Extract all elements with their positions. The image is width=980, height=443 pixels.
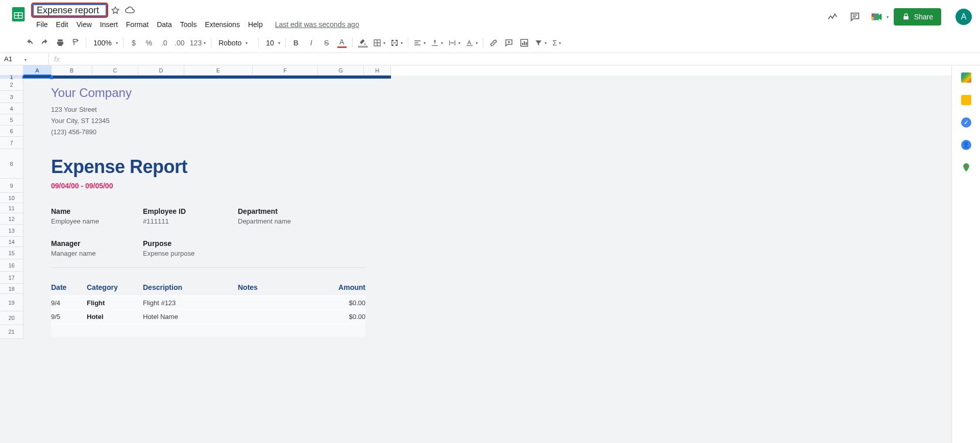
row-header[interactable]: 10 xyxy=(0,193,23,203)
divider xyxy=(51,267,365,268)
col-header-f[interactable]: F xyxy=(253,65,318,76)
insert-comment-icon[interactable] xyxy=(502,36,516,50)
col-header-h[interactable]: H xyxy=(364,65,391,76)
menu-file[interactable]: File xyxy=(33,18,52,31)
insert-chart-icon[interactable] xyxy=(517,36,531,50)
document-title-input[interactable] xyxy=(33,4,107,16)
row-header[interactable]: 21 xyxy=(0,325,23,339)
th-date: Date xyxy=(51,283,87,291)
increase-decimal-icon[interactable]: .00 xyxy=(173,36,187,50)
decrease-decimal-icon[interactable]: .0 xyxy=(157,36,172,50)
zoom-dropdown[interactable]: 100% xyxy=(89,36,120,50)
row-header[interactable]: 17 xyxy=(0,272,23,284)
select-all-corner[interactable] xyxy=(0,65,23,76)
menu-data[interactable]: Data xyxy=(153,18,176,31)
svg-rect-18 xyxy=(526,42,527,45)
menu-help[interactable]: Help xyxy=(244,18,266,31)
cloud-saved-icon[interactable] xyxy=(125,5,135,15)
comment-history-icon[interactable] xyxy=(849,11,861,23)
redo-icon[interactable] xyxy=(38,36,52,50)
col-header-a[interactable]: A xyxy=(23,65,52,76)
merge-cells-icon[interactable] xyxy=(388,36,405,50)
menu-extensions[interactable]: Extensions xyxy=(201,18,243,31)
paint-format-icon[interactable] xyxy=(68,36,83,50)
borders-icon[interactable] xyxy=(371,36,387,50)
row-header[interactable]: 7 xyxy=(0,137,23,149)
text-wrap-icon[interactable] xyxy=(446,36,462,50)
col-header-g[interactable]: G xyxy=(318,65,364,76)
label-manager: Manager xyxy=(51,239,143,248)
last-edit-link[interactable]: Last edit was seconds ago xyxy=(272,18,363,31)
row-header[interactable]: 20 xyxy=(0,311,23,325)
row-header[interactable]: 11 xyxy=(0,203,23,213)
activity-dashboard-icon[interactable] xyxy=(826,11,839,23)
col-header-b[interactable]: B xyxy=(52,65,92,76)
row-header[interactable]: 2 xyxy=(0,79,23,91)
table-row xyxy=(51,323,365,337)
th-amount: Amount xyxy=(309,283,365,291)
value-manager: Manager name xyxy=(51,250,143,257)
horizontal-align-icon[interactable] xyxy=(411,36,428,50)
bold-icon[interactable]: B xyxy=(289,36,303,50)
row-header[interactable]: 3 xyxy=(0,91,23,103)
table-row: 9/5HotelHotel Name$0.00 xyxy=(51,309,365,323)
format-percent-icon[interactable]: % xyxy=(142,36,156,50)
undo-icon[interactable] xyxy=(22,36,37,50)
row-header[interactable]: 18 xyxy=(0,284,23,294)
th-description: Description xyxy=(143,283,238,291)
sheets-logo-icon[interactable] xyxy=(8,4,29,24)
menu-edit[interactable]: Edit xyxy=(53,18,72,31)
share-button[interactable]: Share xyxy=(894,8,941,26)
font-family-dropdown[interactable]: Roboto xyxy=(214,36,255,50)
more-formats-dropdown[interactable]: 123 xyxy=(188,36,208,50)
calendar-addon-icon[interactable] xyxy=(961,72,971,83)
fx-icon: fx xyxy=(49,55,65,63)
meet-icon[interactable]: ▾ xyxy=(871,11,884,23)
fill-color-icon[interactable] xyxy=(356,36,370,50)
svg-rect-17 xyxy=(524,41,525,45)
tasks-addon-icon[interactable]: ✓ xyxy=(961,117,971,128)
keep-addon-icon[interactable] xyxy=(961,95,971,105)
menu-view[interactable]: View xyxy=(73,18,95,31)
toolbar: 100% $ % .0 .00 123 Roboto 10 B I S A Σ xyxy=(0,33,980,53)
print-icon[interactable] xyxy=(53,36,67,50)
row-header[interactable]: 15 xyxy=(0,247,23,259)
text-rotation-icon[interactable] xyxy=(463,36,480,50)
italic-icon[interactable]: I xyxy=(304,36,318,50)
insert-link-icon[interactable] xyxy=(486,36,501,50)
value-department: Department name xyxy=(238,217,340,225)
row-header[interactable]: 5 xyxy=(0,114,23,126)
vertical-align-icon[interactable] xyxy=(429,36,445,50)
row-header[interactable]: 16 xyxy=(0,259,23,272)
side-panel: ✓ 👤 xyxy=(951,65,980,443)
menu-insert[interactable]: Insert xyxy=(96,18,121,31)
col-header-c[interactable]: C xyxy=(92,65,138,76)
row-header[interactable]: 12 xyxy=(0,213,23,225)
col-header-d[interactable]: D xyxy=(138,65,184,76)
row-header[interactable]: 4 xyxy=(0,103,23,114)
star-icon[interactable] xyxy=(111,5,121,15)
text-color-icon[interactable]: A xyxy=(335,36,349,50)
menu-tools[interactable]: Tools xyxy=(177,18,201,31)
formula-input[interactable] xyxy=(65,54,980,65)
row-header[interactable]: 9 xyxy=(0,179,23,193)
font-size-dropdown[interactable]: 10 xyxy=(262,36,282,50)
spreadsheet-grid[interactable]: A B C D E F G H 123456789101112131415161… xyxy=(0,65,980,443)
row-header[interactable]: 13 xyxy=(0,225,23,237)
maps-addon-icon[interactable] xyxy=(961,162,971,173)
row-header[interactable]: 8 xyxy=(0,149,23,179)
value-name: Employee name xyxy=(51,217,143,225)
col-header-e[interactable]: E xyxy=(184,65,253,76)
strikethrough-icon[interactable]: S xyxy=(320,36,334,50)
menu-format[interactable]: Format xyxy=(122,18,152,31)
format-currency-icon[interactable]: $ xyxy=(127,36,141,50)
functions-icon[interactable]: Σ xyxy=(550,36,564,50)
row-header[interactable]: 6 xyxy=(0,126,23,137)
report-title: Expense Report xyxy=(51,156,391,178)
contacts-addon-icon[interactable]: 👤 xyxy=(961,140,971,150)
filter-icon[interactable] xyxy=(532,36,549,50)
account-avatar[interactable]: A xyxy=(955,9,972,25)
name-box[interactable]: A1 xyxy=(0,53,49,65)
row-header[interactable]: 19 xyxy=(0,294,23,311)
row-header[interactable]: 14 xyxy=(0,237,23,247)
